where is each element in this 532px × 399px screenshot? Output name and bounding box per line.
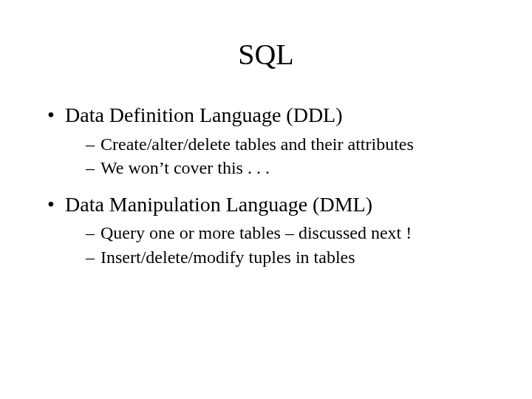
sub-bullet-text: Insert/delete/modify tuples in tables xyxy=(100,248,355,267)
sub-bullet-item: Create/alter/delete tables and their att… xyxy=(86,132,488,156)
slide: SQL Data Definition Language (DDL) Creat… xyxy=(0,0,532,399)
bullet-item: Data Definition Language (DDL) Create/al… xyxy=(44,101,488,180)
bullet-list: Data Definition Language (DDL) Create/al… xyxy=(44,101,488,269)
sub-bullet-text: Query one or more tables – discussed nex… xyxy=(100,223,412,242)
sub-bullet-item: Query one or more tables – discussed nex… xyxy=(86,221,488,245)
sub-bullet-item: Insert/delete/modify tuples in tables xyxy=(86,245,488,269)
bullet-item: Data Manipulation Language (DML) Query o… xyxy=(44,191,488,270)
sub-bullet-list: Create/alter/delete tables and their att… xyxy=(65,132,488,180)
sub-bullet-list: Query one or more tables – discussed nex… xyxy=(65,221,488,269)
sub-bullet-item: We won’t cover this . . . xyxy=(86,156,488,180)
bullet-text: Data Manipulation Language (DML) xyxy=(65,193,372,216)
sub-bullet-text: We won’t cover this . . . xyxy=(100,158,270,177)
bullet-text: Data Definition Language (DDL) xyxy=(65,103,343,126)
sub-bullet-text: Create/alter/delete tables and their att… xyxy=(100,134,414,154)
slide-title: SQL xyxy=(44,37,488,72)
